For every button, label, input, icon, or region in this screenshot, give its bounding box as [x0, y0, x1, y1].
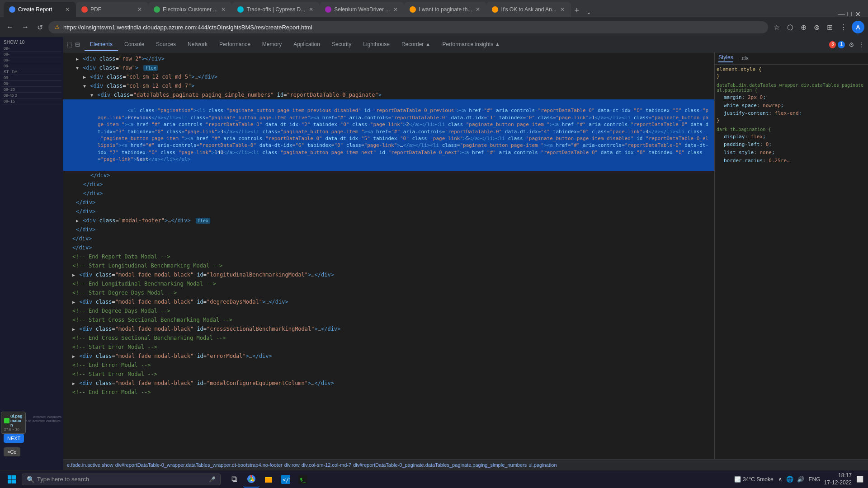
cancel-button[interactable]: ×Co: [4, 447, 20, 456]
tab-lighthouse[interactable]: Lighthouse: [358, 38, 395, 51]
weather-info[interactable]: 🌫️ 34°C Smoke: [734, 476, 774, 483]
tab-pdf[interactable]: PDF ✕: [76, 2, 148, 17]
devtools-cursor-icon[interactable]: ⬚: [67, 41, 72, 48]
data-row-8: 09-20: [2, 87, 61, 93]
html-row-close-div-5[interactable]: </div>: [63, 207, 714, 216]
html-row-close-div-7[interactable]: </div>: [63, 234, 714, 243]
tab-close-2[interactable]: ✕: [137, 5, 143, 14]
bookmark-button[interactable]: ☆: [771, 21, 783, 33]
tab-network[interactable]: Network: [182, 38, 213, 51]
close-window-button[interactable]: ✕: [854, 11, 861, 17]
reload-button[interactable]: ↺: [34, 21, 46, 33]
tab-itsok[interactable]: It's OK to Ask and An... ✕: [486, 2, 571, 17]
tab-selenium[interactable]: Selenium WebDriver ... ✕: [320, 2, 404, 17]
breadcrumb-6[interactable]: ul.pagination: [528, 462, 557, 468]
breadcrumb-3[interactable]: div.row: [284, 462, 300, 468]
tab-recorder[interactable]: Recorder ▲: [396, 38, 436, 51]
devtools-settings-icon[interactable]: ⚙: [849, 41, 854, 48]
html-row-ul-pagination[interactable]: <ul class="pagination"><li class="pagina…: [63, 99, 714, 171]
html-row-div-row[interactable]: ▼ <div class="row"> flex: [63, 63, 714, 72]
network-icon[interactable]: 🌐: [785, 475, 794, 483]
html-row-longitudinal-modal[interactable]: ▶ <div class="modal fade modal-black" id…: [63, 270, 714, 279]
breadcrumb-1[interactable]: e.fade.in.active.show: [67, 462, 113, 468]
html-row-datatables-paginate[interactable]: ▼ <div class="dataTables_paginate paging…: [63, 90, 714, 99]
taskbar-time[interactable]: 18:17 17-12-2022: [824, 472, 852, 486]
taskbar-app-view[interactable]: ⧉: [226, 471, 242, 488]
forward-button[interactable]: →: [19, 21, 32, 33]
profile-button[interactable]: A: [852, 21, 864, 33]
html-row-error-modal[interactable]: ▶ <div class="modal fade modal-black" id…: [63, 352, 714, 361]
html-row-degree-days-modal[interactable]: ▶ <div class="modal fade modal-black" id…: [63, 297, 714, 306]
tab-memory[interactable]: Memory: [257, 38, 287, 51]
extension-button-2[interactable]: ⊕: [798, 21, 809, 33]
html-row-col-sm-12-md-5[interactable]: ▶ <div class="col-sm-12 col-md-5">…</div…: [63, 72, 714, 81]
start-button[interactable]: [4, 471, 20, 488]
webpage-panel: SHOW 10 09- 09- 09- 09- ST-DA- 09- 09- 0…: [0, 37, 63, 470]
tab-favicon-6: [410, 6, 416, 13]
html-row-close-div-6[interactable]: </div>: [63, 225, 714, 234]
html-row-close-div-4[interactable]: </div>: [63, 198, 714, 207]
caret-up-icon[interactable]: ∧: [777, 475, 783, 483]
taskbar-app-terminal[interactable]: $_: [295, 471, 311, 488]
address-bar[interactable]: ⚠ https://oinsightsvm1.westindia.cloudap…: [48, 21, 768, 33]
html-row-close-div-8[interactable]: </div>: [63, 243, 714, 252]
tab-close-6[interactable]: ✕: [475, 5, 481, 14]
extension-button-3[interactable]: ⊗: [811, 21, 822, 33]
devtools-tab-icons: 3 1 ⚙ ⋮: [829, 41, 864, 48]
more-button[interactable]: ⋮: [837, 21, 850, 33]
taskbar-app-vscode[interactable]: </>: [278, 471, 294, 488]
tab-create-report[interactable]: Create Report ✕: [4, 2, 76, 17]
volume-icon[interactable]: 🔊: [796, 475, 805, 483]
data-row-9: 09-to 2: [2, 93, 61, 99]
tab-close-4[interactable]: ✕: [308, 5, 314, 14]
new-tab-button[interactable]: +: [571, 4, 583, 17]
tab-favicon-7: [492, 6, 498, 13]
maximize-button[interactable]: □: [846, 11, 853, 17]
data-row-1: 09-: [2, 46, 61, 52]
html-row-configure-modal[interactable]: ▶ <div class="modal fade modal-black" id…: [63, 379, 714, 388]
extension-button-1[interactable]: ⬡: [784, 21, 796, 33]
styles-tab-label[interactable]: Styles: [718, 54, 733, 62]
tab-application[interactable]: Application: [288, 38, 326, 51]
taskbar-app-files[interactable]: [260, 471, 277, 488]
show-desktop-icon[interactable]: ⬜: [855, 475, 864, 483]
tab-overflow-button[interactable]: ⌄: [583, 7, 595, 17]
styles-cls-label[interactable]: .cls: [741, 55, 749, 61]
style-prop-padding-left: padding-left: 0;: [717, 141, 866, 149]
minimize-button[interactable]: —: [838, 11, 844, 17]
tab-performance[interactable]: Performance: [214, 38, 256, 51]
devtools-mobile-icon[interactable]: ⊟: [75, 41, 80, 48]
html-row-modal-footer[interactable]: ▶ <div class="modal-footer">…</div> flex: [63, 216, 714, 225]
elements-panel[interactable]: ▶ <div class="row-2"></div> ▼ <div class…: [63, 52, 714, 459]
next-button[interactable]: NEXT: [4, 434, 24, 443]
taskbar-app-chrome[interactable]: [243, 471, 259, 488]
html-row-div-row2[interactable]: ▶ <div class="row-2"></div>: [63, 54, 714, 63]
taskbar-search[interactable]: 🔍 Type here to search 🎤: [22, 474, 221, 485]
back-button[interactable]: ←: [4, 21, 16, 33]
language-indicator[interactable]: ENG: [809, 476, 821, 483]
html-row-close-div-2[interactable]: </div>: [63, 180, 714, 189]
search-mic-icon[interactable]: 🎤: [209, 476, 216, 483]
tab-paginate[interactable]: I want to paginate th... ✕: [404, 2, 486, 17]
tab-tradeoffs[interactable]: Trade-offs | Cypress D... ✕: [232, 2, 320, 17]
html-row-cross-sectional-modal[interactable]: ▶ <div class="modal fade modal-black" id…: [63, 324, 714, 333]
html-row-comment-end-report: <!-- End Report Data Modal -->: [63, 252, 714, 261]
html-row-col-sm-12-md-7[interactable]: ▼ <div class="col-sm-12 col-md-7">: [63, 81, 714, 90]
breadcrumb-4[interactable]: div.col-sm-12.col-md-7: [302, 462, 351, 468]
tab-performance-insights[interactable]: Performance insights ▲: [437, 38, 506, 51]
devtools-more-icon[interactable]: ⋮: [858, 41, 864, 48]
breadcrumb-5[interactable]: div#reportDataTable-0_paginate.dataTable…: [353, 462, 527, 468]
tab-close-3[interactable]: ✕: [220, 5, 226, 14]
extension-button-4[interactable]: ⊞: [824, 21, 835, 33]
tab-security[interactable]: Security: [326, 38, 357, 51]
tab-console[interactable]: Console: [119, 38, 150, 51]
tab-electrolux[interactable]: Electrolux Customer ... ✕: [148, 2, 232, 17]
html-row-close-div-3[interactable]: </div>: [63, 189, 714, 198]
breadcrumb-2[interactable]: div#reportDataTable-0_wrapper.dataTables…: [115, 462, 283, 468]
tab-elements[interactable]: Elements: [85, 38, 118, 51]
tab-close-7[interactable]: ✕: [559, 5, 566, 14]
tab-close-1[interactable]: ✕: [64, 5, 71, 14]
tab-close-5[interactable]: ✕: [392, 5, 399, 14]
html-row-close-div-1[interactable]: </div>: [63, 171, 714, 180]
tab-sources[interactable]: Sources: [151, 38, 181, 51]
